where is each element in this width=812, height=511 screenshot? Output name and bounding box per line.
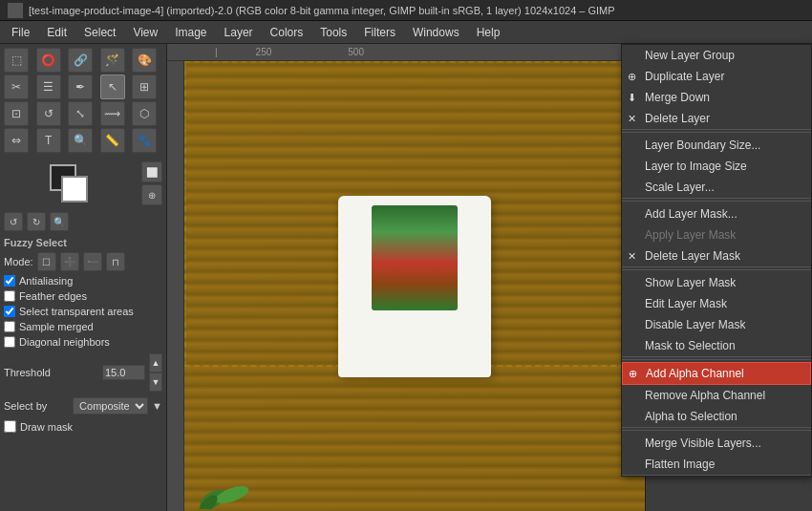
menu-new-layer-group[interactable]: New Layer Group: [622, 45, 811, 66]
menu-merge-down[interactable]: ⬇ Merge Down: [622, 87, 811, 108]
menu-select[interactable]: Select: [76, 24, 123, 41]
tool-scale[interactable]: ⤡: [68, 101, 93, 126]
menu-add-layer-mask[interactable]: Add Layer Mask...: [622, 203, 811, 224]
antialiasing-check[interactable]: [4, 275, 15, 287]
scale-layer-label: Scale Layer...: [645, 181, 715, 194]
dropdown-sep-2: [622, 201, 811, 202]
disable-layer-mask-label: Disable Layer Mask: [645, 318, 745, 331]
threshold-input[interactable]: [102, 365, 145, 380]
mode-subtract[interactable]: ➖: [83, 252, 102, 271]
menu-layer[interactable]: Layer: [217, 24, 261, 41]
menu-edit-layer-mask[interactable]: Edit Layer Mask: [622, 293, 811, 314]
mode-new[interactable]: ☐: [37, 252, 56, 271]
tool-text[interactable]: T: [36, 128, 61, 153]
add-layer-mask-label: Add Layer Mask...: [645, 207, 737, 221]
threshold-up[interactable]: ▲: [149, 353, 162, 373]
select-by-select[interactable]: Composite Red Green Blue: [73, 397, 148, 415]
menu-mask-to-selection[interactable]: Mask to Selection: [622, 335, 811, 356]
redo-btn[interactable]: ↻: [27, 212, 46, 231]
menu-help[interactable]: Help: [469, 24, 508, 41]
menu-file[interactable]: File: [4, 24, 37, 41]
tshirt-shape: [338, 196, 491, 377]
tool-rotate[interactable]: ↺: [36, 101, 61, 126]
draw-mask-check[interactable]: [4, 420, 16, 433]
diagonal-check[interactable]: [4, 336, 15, 348]
layer-dropdown-menu: New Layer Group ⊕ Duplicate Layer ⬇ Merg…: [621, 44, 812, 477]
threshold-down[interactable]: ▼: [149, 373, 162, 392]
antialiasing-row: Antialiasing: [4, 275, 162, 287]
mode-add[interactable]: ➕: [60, 252, 79, 271]
diagonal-label: Diagonal neighbors: [19, 336, 110, 348]
draw-mask-label: Draw mask: [20, 421, 73, 433]
diagonal-row: Diagonal neighbors: [4, 336, 162, 348]
select-transparent-check[interactable]: [4, 306, 15, 317]
menu-filters[interactable]: Filters: [356, 24, 403, 41]
menu-layer-to-image[interactable]: Layer to Image Size: [622, 156, 811, 177]
sample-merged-check[interactable]: [4, 321, 15, 332]
tool-perspective[interactable]: ⬡: [132, 101, 157, 126]
menu-add-alpha-channel[interactable]: ⊕ Add Alpha Channel: [622, 362, 811, 385]
ruler-horizontal: | 250 500: [167, 44, 645, 61]
menu-delete-layer[interactable]: ✕ Delete Layer: [622, 108, 811, 129]
menu-remove-alpha-channel[interactable]: Remove Alpha Channel: [622, 385, 811, 406]
background-color[interactable]: [61, 176, 88, 202]
menu-view[interactable]: View: [125, 24, 165, 41]
menu-disable-layer-mask[interactable]: Disable Layer Mask: [622, 314, 811, 335]
delete-layer-label: Delete Layer: [645, 112, 710, 125]
menu-alpha-to-selection[interactable]: Alpha to Selection: [622, 406, 811, 427]
menu-delete-layer-mask[interactable]: ✕ Delete Layer Mask: [622, 245, 811, 266]
tool-gimp[interactable]: 🐾: [132, 128, 157, 153]
menu-tools[interactable]: Tools: [312, 24, 354, 41]
tool-fuzzy-select[interactable]: 🪄: [100, 48, 125, 73]
tool-crop[interactable]: ⊡: [4, 101, 29, 126]
dropdown-sep-5: [622, 430, 811, 431]
threshold-row: Threshold ▲ ▼: [4, 353, 162, 392]
menu-flatten-image[interactable]: Flatten Image: [622, 454, 811, 475]
quick-mask-btn[interactable]: ⬜: [141, 161, 162, 182]
menu-duplicate-layer[interactable]: ⊕ Duplicate Layer: [622, 66, 811, 87]
tool-move[interactable]: ↖: [100, 75, 125, 99]
dropdown-section-1: New Layer Group ⊕ Duplicate Layer ⬇ Merg…: [622, 45, 811, 130]
menu-windows[interactable]: Windows: [405, 24, 467, 41]
zoom-fit-btn[interactable]: ⊕: [141, 184, 162, 205]
feather-label: Feather edges: [19, 290, 87, 302]
menu-layer-boundary[interactable]: Layer Boundary Size...: [622, 135, 811, 156]
tool-foreground-select[interactable]: ☰: [36, 75, 61, 99]
dropdown-section-3: Add Layer Mask... Apply Layer Mask ✕ Del…: [622, 203, 811, 267]
menu-image[interactable]: Image: [167, 24, 214, 41]
tool-paths[interactable]: ✒: [68, 75, 93, 99]
feather-check[interactable]: [4, 290, 15, 302]
antialiasing-label: Antialiasing: [19, 275, 73, 287]
tool-shear[interactable]: ⟿: [100, 101, 125, 126]
threshold-label: Threshold: [4, 367, 98, 378]
tool-scissors[interactable]: ✂: [4, 75, 29, 99]
tool-free-select[interactable]: 🔗: [68, 48, 93, 73]
menu-merge-visible-layers[interactable]: Merge Visible Layers...: [622, 433, 811, 454]
menu-colors[interactable]: Colors: [263, 24, 311, 41]
tool-zoom[interactable]: 🔍: [68, 128, 93, 153]
select-by-label: Select by: [4, 400, 69, 412]
tool-rect-select[interactable]: ⬚: [4, 48, 29, 73]
menu-edit[interactable]: Edit: [39, 24, 75, 41]
remove-alpha-channel-label: Remove Alpha Channel: [645, 389, 765, 402]
menu-scale-layer[interactable]: Scale Layer...: [622, 177, 811, 198]
tool-flip[interactable]: ⇔: [4, 128, 29, 153]
mode-label: Mode:: [4, 256, 33, 267]
duplicate-icon: ⊕: [628, 71, 636, 83]
ruler-vertical: [167, 61, 184, 511]
add-alpha-icon: ⊕: [629, 368, 637, 380]
tool-measure[interactable]: 📏: [100, 128, 125, 153]
new-layer-group-label: New Layer Group: [645, 49, 735, 62]
menu-show-layer-mask[interactable]: Show Layer Mask: [622, 272, 811, 293]
dropdown-section-2: Layer Boundary Size... Layer to Image Si…: [622, 135, 811, 199]
tool-ellipse-select[interactable]: ⭕: [36, 48, 61, 73]
add-alpha-channel-label: Add Alpha Channel: [646, 367, 744, 380]
zoom-btn[interactable]: 🔍: [50, 212, 69, 231]
dropdown-sep-3: [622, 269, 811, 270]
tool-align[interactable]: ⊞: [132, 75, 157, 99]
canvas-content[interactable]: [184, 61, 645, 511]
menu-bar: File Edit Select View Image Layer Colors…: [0, 21, 812, 44]
reset-btn[interactable]: ↺: [4, 212, 23, 231]
tool-select-by-color[interactable]: 🎨: [132, 48, 157, 73]
mode-intersect[interactable]: ⊓: [106, 252, 125, 271]
